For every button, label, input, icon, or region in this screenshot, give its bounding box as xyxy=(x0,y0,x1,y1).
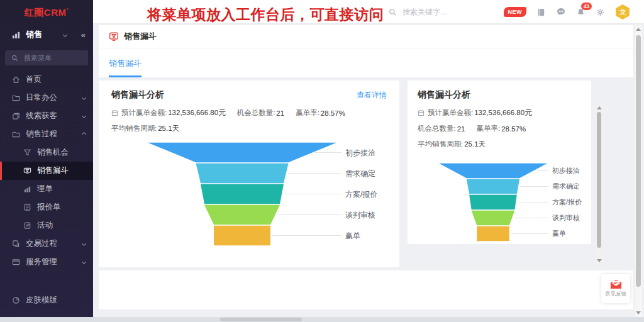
sidebar-item-service-management[interactable]: 服务管理 xyxy=(0,253,93,271)
funnel-stage xyxy=(469,195,517,209)
card-scrollbar[interactable] xyxy=(596,104,602,264)
gear-icon[interactable] xyxy=(596,8,605,17)
new-badge[interactable]: NEW xyxy=(504,7,527,17)
bottom-panel: 意见反馈 xyxy=(99,270,633,309)
funnel-chart: 初步接洽需求确定方案/报价谈判审核赢单 xyxy=(148,142,399,248)
funnel-stage xyxy=(214,226,270,245)
funnel-stage xyxy=(467,179,519,194)
funnel-stage xyxy=(439,164,547,178)
feedback-label: 意见反馈 xyxy=(605,291,626,298)
card-header: 销售漏斗分析 xyxy=(418,89,581,101)
sidebar-item-liadan[interactable]: 理单 xyxy=(0,180,93,198)
funnel-icon xyxy=(23,148,31,157)
funnel-stage-label: 赢单 xyxy=(345,231,360,240)
sales-funnel-red-icon xyxy=(109,31,119,42)
sidebar-item-label: 服务管理 xyxy=(26,257,57,267)
stat-expected-amount: 预计赢单金额132,536,666.80元 xyxy=(418,108,532,118)
global-search[interactable] xyxy=(389,0,496,24)
sidebar-item-label: 线索获客 xyxy=(26,111,57,121)
funnel-stage-label: 方案/报价 xyxy=(552,198,582,206)
bar-chart-icon xyxy=(11,31,20,39)
calendar-icon xyxy=(418,109,425,116)
sidebar-item-label: 销售过程 xyxy=(26,129,57,140)
funnel-stage xyxy=(477,226,509,241)
module-label: 销售 xyxy=(26,29,42,40)
search-icon xyxy=(10,55,19,62)
funnel-stage-label: 谈判审核 xyxy=(552,214,580,221)
sidebar-item-home[interactable]: 首页 xyxy=(0,70,93,89)
sidebar-nav: 首页 日常办公 线索获客 销售过程 销售机会 xyxy=(0,70,93,271)
stats-row: 预计赢单金额132,536,666.80元 机会总数量21 赢单率28.57% … xyxy=(418,108,581,149)
sidebar-item-sales-process[interactable]: 销售过程 xyxy=(0,125,93,143)
clipboard-icon xyxy=(23,221,31,230)
copy-icon xyxy=(11,112,20,120)
stat-avg-cycle: 平均销售周期25.1天 xyxy=(111,124,179,133)
funnel-stage-label: 需求确定 xyxy=(552,182,580,190)
cards-row: 销售漏斗分析 查看详情 预计赢单金额132,536,666.80元 机会总数量2… xyxy=(99,80,633,267)
funnel-stage xyxy=(204,205,280,225)
horizontal-scrollbar[interactable] xyxy=(0,317,644,322)
brand-logo: 红圈CRM° xyxy=(25,7,69,19)
message-icon[interactable] xyxy=(556,7,566,17)
monitor-funnel-icon xyxy=(23,167,31,175)
notification-count-badge: 41 xyxy=(581,3,592,10)
stat-win-rate: 赢单率28.57% xyxy=(296,108,345,118)
folder-icon xyxy=(11,130,20,138)
tip-annotation: 将菜单项放入工作台后，可直接访问 xyxy=(147,5,384,25)
envelope-icon xyxy=(610,279,622,289)
calendar-icon xyxy=(111,109,118,116)
stat-avg-cycle: 平均销售周期25.1天 xyxy=(418,140,486,149)
stat-opportunity-count: 机会总数量21 xyxy=(237,108,285,118)
sidebar: 红圈CRM° 销售 « 首页 日常办公 xyxy=(0,0,93,318)
sidebar-item-quotation[interactable]: 报价单 xyxy=(0,198,93,216)
page-title-row: 销售漏斗 xyxy=(99,25,633,48)
sidebar-item-label: 报价单 xyxy=(37,202,61,213)
sidebar-search[interactable] xyxy=(5,50,88,65)
bell-icon[interactable]: 41 xyxy=(576,8,586,17)
sidebar-item-sales-funnel[interactable]: 销售漏斗 xyxy=(0,162,93,180)
sidebar-item-activity[interactable]: 活动 xyxy=(0,216,93,235)
funnel-stage-label: 赢单 xyxy=(552,230,566,237)
module-switcher[interactable]: 销售 « xyxy=(0,25,93,44)
scroll-up-arrow-icon[interactable] xyxy=(597,106,602,109)
sidebar-item-daily-office[interactable]: 日常办公 xyxy=(0,89,93,107)
stat-win-rate: 赢单率28.57% xyxy=(477,124,526,133)
sidebar-item-skin-template[interactable]: 皮肤模版 xyxy=(0,291,93,309)
card-title: 销售漏斗分析 xyxy=(111,89,164,101)
document-icon xyxy=(23,203,31,211)
user-avatar[interactable]: 龙 xyxy=(615,4,630,19)
scrollbar-thumb[interactable] xyxy=(597,112,601,248)
chevron-down-icon xyxy=(82,96,86,100)
scroll-up-arrow-icon[interactable] xyxy=(636,28,641,31)
scrollbar-thumb[interactable] xyxy=(220,318,302,321)
sidebar-item-transaction-process[interactable]: 交易过程 xyxy=(0,235,93,253)
sidebar-item-leads[interactable]: 线索获客 xyxy=(0,107,93,125)
view-details-link[interactable]: 查看详情 xyxy=(357,90,387,101)
funnel-stage-label: 初步接洽 xyxy=(552,167,580,174)
collapse-sidebar-button[interactable]: « xyxy=(81,30,86,40)
sidebar-item-label: 首页 xyxy=(26,74,42,85)
home-icon xyxy=(11,75,20,84)
scroll-down-arrow-icon[interactable] xyxy=(597,259,602,262)
sidebar-search-input[interactable] xyxy=(23,53,83,62)
sidebar-item-label: 交易过程 xyxy=(26,238,57,249)
funnel-stage-label: 初步接洽 xyxy=(345,148,375,157)
funnel-stage-label: 方案/报价 xyxy=(345,190,377,199)
notebook-icon[interactable] xyxy=(536,8,546,17)
feedback-button[interactable]: 意见反馈 xyxy=(601,274,630,303)
sidebar-item-label: 销售机会 xyxy=(37,147,69,158)
window-scrollbar[interactable] xyxy=(634,25,642,317)
chevron-down-icon xyxy=(63,32,67,36)
sidebar-item-label: 活动 xyxy=(37,220,53,231)
tab-sales-funnel[interactable]: 销售漏斗 xyxy=(109,58,142,77)
scroll-down-arrow-icon[interactable] xyxy=(636,311,641,314)
sidebar-item-sales-opportunity[interactable]: 销售机会 xyxy=(0,143,93,162)
theme-icon xyxy=(11,296,20,304)
global-search-input[interactable] xyxy=(401,7,496,17)
main-area: 将菜单项放入工作台后，可直接访问 NEW 41 龙 xyxy=(93,0,644,322)
page-title: 销售漏斗 xyxy=(124,31,157,42)
funnel-stage xyxy=(472,211,515,225)
scrollbar-thumb[interactable] xyxy=(636,35,641,287)
window-icon xyxy=(11,258,20,266)
app-window: 红圈CRM° 销售 « 首页 日常办公 xyxy=(0,0,644,322)
